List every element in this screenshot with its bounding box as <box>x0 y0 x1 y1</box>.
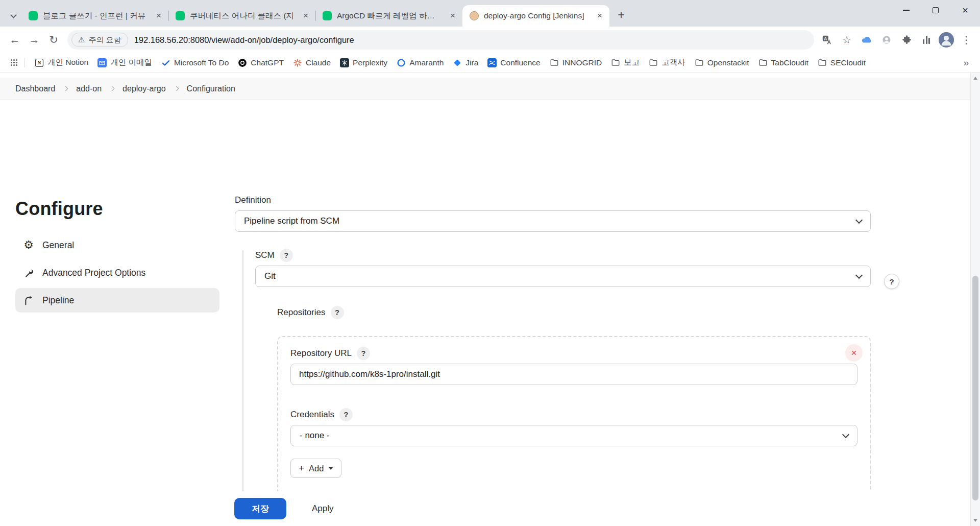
repositories-help-badge[interactable]: ? <box>331 306 344 319</box>
scrollbar-up-arrow[interactable] <box>971 74 980 83</box>
amaranth-icon <box>397 58 406 67</box>
tab-favicon <box>176 11 185 20</box>
breadcrumb-configuration: Configuration <box>186 82 236 95</box>
bookmark-label: 고객사 <box>662 57 685 68</box>
bookmark-folder-tabcloudit[interactable]: TabCloudit <box>754 56 813 70</box>
bookmark-perplexity[interactable]: Perplexity <box>335 56 392 70</box>
chevron-down-icon <box>855 272 863 279</box>
notion-icon: N <box>35 58 44 67</box>
scm-help-button[interactable]: ? <box>884 274 899 289</box>
tab-close-icon[interactable]: × <box>447 10 458 21</box>
back-button[interactable]: ← <box>5 30 24 50</box>
bookmark-chatgpt[interactable]: ChatGPT <box>233 56 288 70</box>
page-scrollbar[interactable] <box>970 73 980 526</box>
bookmarks-overflow-chevron-icon[interactable]: » <box>959 57 973 68</box>
breadcrumb: Dashboard add-on deploy-argo Configurati… <box>0 78 970 100</box>
bookmark-folder-innogrid[interactable]: INNOGRID <box>545 56 607 70</box>
bookmark-folder-bogo[interactable]: 보고 <box>606 56 644 70</box>
forward-button[interactable]: → <box>24 30 44 50</box>
tab-close-icon[interactable]: × <box>300 10 311 21</box>
bookmark-folder-secloudit[interactable]: SECloudit <box>813 56 870 70</box>
apps-grid-icon[interactable] <box>7 56 20 69</box>
chevron-right-icon <box>110 86 115 91</box>
tab-close-icon[interactable]: × <box>594 10 605 21</box>
media-controls-icon[interactable] <box>918 31 935 49</box>
browser-tab-2[interactable]: 쿠버네티스 어나더 클래스 (지 × <box>168 5 315 27</box>
repositories-label: Repositories ? <box>277 307 871 318</box>
bookmark-mail[interactable]: 개인 이메일 <box>93 56 157 70</box>
address-bar[interactable]: ⚠ 주의 요함 192.168.56.20:8080/view/add-on/j… <box>67 30 814 50</box>
jenkins-favicon <box>470 11 479 20</box>
bookmark-folder-customers[interactable]: 고객사 <box>644 56 690 70</box>
tab-title: deploy-argo Config [Jenkins] <box>484 11 589 20</box>
folder-icon <box>611 58 620 67</box>
tab-favicon <box>29 11 38 20</box>
tab-close-icon[interactable]: × <box>153 10 164 21</box>
bookmark-star-icon[interactable]: ☆ <box>838 31 855 49</box>
jira-icon <box>453 58 462 67</box>
site-security-chip[interactable]: ⚠ 주의 요함 <box>71 33 128 47</box>
definition-select[interactable]: Pipeline script from SCM <box>235 210 871 232</box>
bookmark-label: Openstackit <box>707 58 749 67</box>
bookmark-label: 개인 Notion <box>47 57 88 68</box>
profile-avatar[interactable] <box>938 31 955 49</box>
repository-url-help-badge[interactable]: ? <box>357 347 370 360</box>
sidebar-item-label: General <box>42 240 74 251</box>
bookmark-label: 개인 이메일 <box>110 57 152 68</box>
bookmark-label: Amaranth <box>409 58 444 67</box>
breadcrumb-dashboard[interactable]: Dashboard <box>14 82 56 95</box>
cloud-extension-icon[interactable] <box>858 31 875 49</box>
bookmarks-bar: N 개인 Notion 개인 이메일 Microsoft To Do ChatG… <box>0 53 980 73</box>
add-credentials-button[interactable]: Add <box>290 459 341 478</box>
delete-repository-button[interactable]: × <box>845 344 863 362</box>
browser-menu-icon[interactable]: ⋮ <box>958 31 975 49</box>
maximize-button[interactable] <box>921 0 950 20</box>
apply-button[interactable]: Apply <box>301 498 345 519</box>
tab-search-button[interactable] <box>5 5 21 27</box>
bookmark-ms-todo[interactable]: Microsoft To Do <box>157 56 233 70</box>
reload-button[interactable]: ↻ <box>44 30 63 50</box>
credentials-select[interactable]: - none - <box>290 425 857 446</box>
minimize-button[interactable] <box>891 0 921 20</box>
bookmark-label: ChatGPT <box>251 58 284 67</box>
bookmark-notion[interactable]: N 개인 Notion <box>30 56 93 70</box>
sidebar-item-pipeline[interactable]: Pipeline <box>15 288 219 313</box>
close-button[interactable]: × <box>950 0 980 20</box>
browser-tab-active[interactable]: deploy-argo Config [Jenkins] × <box>462 5 609 27</box>
bookmark-claude[interactable]: Claude <box>288 56 335 70</box>
browser-tab-3[interactable]: ArgoCD 빠르게 레벨업 하기 (1 × <box>315 5 462 27</box>
extensions-puzzle-icon[interactable] <box>898 31 915 49</box>
browser-toolbar: ← → ↻ ⚠ 주의 요함 192.168.56.20:8080/view/ad… <box>0 27 980 53</box>
browser-tab-1[interactable]: 블로그 글쓰기 - 인프런 | 커뮤 × <box>21 5 168 27</box>
sidebar-item-advanced-project-options[interactable]: Advanced Project Options <box>15 260 219 285</box>
scm-help-badge[interactable]: ? <box>280 249 293 262</box>
repository-url-input[interactable] <box>290 364 857 385</box>
bookmark-amaranth[interactable]: Amaranth <box>392 56 448 70</box>
translate-icon[interactable]: A <box>818 31 836 49</box>
close-icon: × <box>962 5 968 15</box>
sidebar-item-general[interactable]: ⚙ General <box>15 233 219 257</box>
definition-label-text: Definition <box>235 195 271 205</box>
url-text[interactable]: 192.168.56.20:8080/view/add-on/job/deplo… <box>134 35 354 45</box>
bookmark-confluence[interactable]: Confluence <box>483 56 545 70</box>
chevron-down-icon <box>842 431 849 438</box>
wrench-icon <box>22 267 35 279</box>
scrollbar-thumb[interactable] <box>972 276 978 500</box>
bookmark-folder-openstackit[interactable]: Openstackit <box>690 56 754 70</box>
svg-text:A: A <box>824 37 827 41</box>
new-tab-button[interactable]: + <box>612 6 630 23</box>
save-button[interactable]: 저장 <box>234 498 286 519</box>
svg-text:N: N <box>38 60 41 65</box>
scm-select[interactable]: Git <box>255 266 871 287</box>
credentials-select-value: - none - <box>300 431 330 441</box>
scrollbar-down-arrow[interactable] <box>971 516 980 525</box>
breadcrumb-add-on[interactable]: add-on <box>75 82 103 95</box>
breadcrumb-deploy-argo[interactable]: deploy-argo <box>121 82 167 95</box>
tab-title: 블로그 글쓰기 - 인프런 | 커뮤 <box>43 11 148 21</box>
bookmark-jira[interactable]: Jira <box>448 56 483 70</box>
tab-strip: 블로그 글쓰기 - 인프런 | 커뮤 × 쿠버네티스 어나더 클래스 (지 × … <box>0 0 980 27</box>
check-icon <box>161 58 170 67</box>
credentials-help-badge[interactable]: ? <box>339 408 353 421</box>
extension-icon[interactable] <box>878 31 895 49</box>
chevron-down-icon <box>855 217 863 224</box>
